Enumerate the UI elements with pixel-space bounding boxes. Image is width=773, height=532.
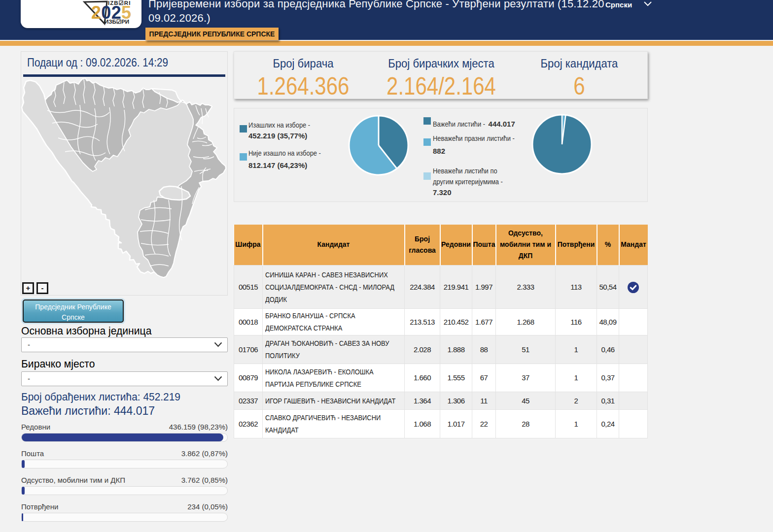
- svg-text:ИЗБ☑РИ: ИЗБ☑РИ: [105, 19, 129, 25]
